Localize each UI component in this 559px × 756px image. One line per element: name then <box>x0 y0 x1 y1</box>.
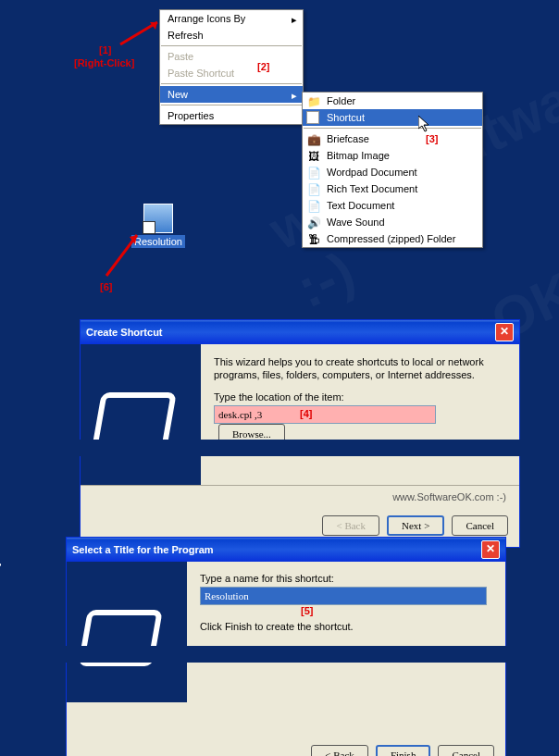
submenu-folder[interactable]: 📁 Folder <box>303 93 482 109</box>
submenu-wav[interactable]: 🔊 Wave Sound <box>303 214 482 230</box>
footer-text: www.SoftwareOK.com :-) <box>81 485 519 508</box>
shortcut-icon: ↗ <box>306 111 319 124</box>
menu-separator <box>161 105 302 105</box>
zip-icon: 🗜 <box>306 232 321 247</box>
watermark-vertical: www.SoftwareOK.com :-) <box>0 561 2 737</box>
close-button[interactable]: ✕ <box>481 540 500 559</box>
rtf-icon: 📄 <box>306 182 321 197</box>
dark-stripe <box>0 440 559 456</box>
annotation-5: [5] <box>301 605 313 616</box>
annotation-4: [4] <box>300 408 312 419</box>
dialog-title: Select a Title for the Program <box>72 544 214 555</box>
arrow-icon <box>93 231 148 278</box>
chevron-right-icon: ▸ <box>292 14 297 26</box>
wave-icon: 🔊 <box>306 216 321 230</box>
name-input[interactable] <box>200 587 487 605</box>
back-button[interactable]: < Back <box>311 745 368 756</box>
submenu-label: Wordpad Document <box>327 167 417 178</box>
submenu-wordpad[interactable]: 📄 Wordpad Document <box>303 164 482 180</box>
svg-line-2 <box>106 235 137 276</box>
menu-separator <box>304 128 481 129</box>
submenu-rtf[interactable]: 📄 Rich Text Document <box>303 180 482 197</box>
submenu-shortcut[interactable]: ↗ Shortcut <box>303 109 482 126</box>
name-label: Type a name for this shortcut: <box>200 573 492 584</box>
bitmap-icon: 🖼 <box>306 149 321 164</box>
submenu-label: Folder <box>327 95 355 106</box>
submenu-briefcase[interactable]: 💼 Briefcase <box>303 130 482 147</box>
cancel-button[interactable]: Cancel <box>438 745 494 756</box>
menu-paste-shortcut: Paste Shortcut <box>160 65 303 81</box>
menu-separator <box>161 83 302 84</box>
annotation-6: [6] <box>100 281 112 292</box>
dark-stripe <box>0 646 559 663</box>
submenu-label: Text Document <box>327 200 394 211</box>
wizard-description: This wizard helps you to create shortcut… <box>214 355 506 382</box>
submenu-label: Bitmap Image <box>327 150 390 161</box>
create-shortcut-dialog: Create Shortcut ✕ This wizard helps you … <box>80 319 520 548</box>
display-settings-icon <box>143 204 173 233</box>
submenu-label: Compressed (zipped) Folder <box>327 233 455 244</box>
annotation-1: [1] <box>99 44 111 56</box>
button-row: < Back Finish Cancel <box>67 737 505 756</box>
annotation-2: [2] <box>257 61 269 72</box>
close-button[interactable]: ✕ <box>495 323 514 341</box>
svg-line-0 <box>120 22 157 44</box>
cursor-icon <box>418 116 433 138</box>
submenu-label: Rich Text Document <box>327 183 417 194</box>
menu-label: Arrange Icons By <box>168 13 245 24</box>
submenu-label: Shortcut <box>327 112 365 123</box>
wordpad-icon: 📄 <box>306 166 321 180</box>
txt-icon: 📄 <box>306 199 321 214</box>
submenu-zip[interactable]: 🗜 Compressed (zipped) Folder <box>303 230 482 247</box>
next-button[interactable]: Next > <box>387 515 444 536</box>
submenu-bitmap[interactable]: 🖼 Bitmap Image <box>303 147 482 164</box>
menu-label: New <box>168 89 188 100</box>
wizard-graphic-icon <box>74 599 176 682</box>
menu-arrange-icons[interactable]: Arrange Icons By ▸ <box>160 10 303 27</box>
arrow-icon <box>111 19 167 46</box>
briefcase-icon: 💼 <box>306 132 321 147</box>
folder-icon: 📁 <box>306 94 321 109</box>
titlebar[interactable]: Select a Title for the Program ✕ <box>67 538 505 562</box>
menu-separator <box>161 45 302 46</box>
wizard-banner <box>67 562 187 702</box>
dialog-title: Create Shortcut <box>86 327 163 338</box>
menu-new[interactable]: New ▸ <box>160 86 303 103</box>
titlebar[interactable]: Create Shortcut ✕ <box>81 320 519 344</box>
new-submenu: 📁 Folder ↗ Shortcut 💼 Briefcase 🖼 Bitmap… <box>302 92 483 248</box>
finish-button[interactable]: Finish <box>376 745 431 756</box>
menu-properties[interactable]: Properties <box>160 107 303 124</box>
annotation-right-click: [Right-Click] <box>74 57 134 68</box>
chevron-right-icon: ▸ <box>292 90 297 102</box>
submenu-label: Wave Sound <box>327 217 385 228</box>
menu-refresh[interactable]: Refresh <box>160 27 303 43</box>
back-button: < Back <box>322 515 379 536</box>
submenu-txt[interactable]: 📄 Text Document <box>303 197 482 214</box>
location-input[interactable] <box>214 405 436 424</box>
location-label: Type the location of the item: <box>214 391 506 403</box>
context-menu: Arrange Icons By ▸ Refresh Paste Paste S… <box>159 9 304 125</box>
wizard-banner <box>81 344 201 485</box>
submenu-label: Briefcase <box>327 133 369 144</box>
menu-paste: Paste <box>160 48 303 65</box>
cancel-button[interactable]: Cancel <box>452 515 508 536</box>
finish-hint: Click Finish to create the shortcut. <box>200 620 492 633</box>
svg-rect-4 <box>95 395 174 446</box>
